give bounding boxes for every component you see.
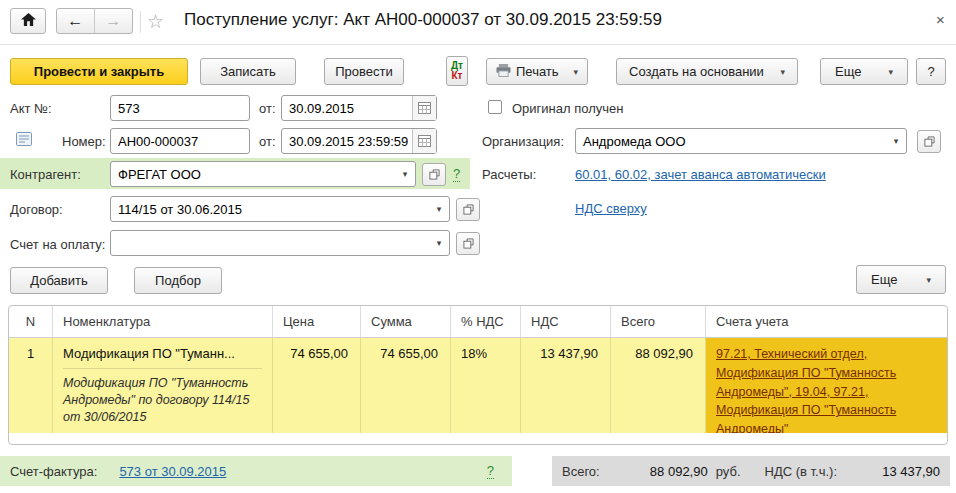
contract-label: Договор: [10,202,63,217]
nav-buttons: ← → [56,8,133,34]
organization-input[interactable]: Андромеда ООО ▾ [575,128,907,154]
post-and-close-button[interactable]: Провести и закрыть [10,58,188,85]
chevron-down-icon[interactable]: ▾ [886,136,906,146]
document-window: ← → ☆ Поступление услуг: Акт АН00-000037… [0,0,956,493]
settlements-label: Расчеты: [482,167,536,182]
invoice-help-link[interactable]: ? [487,463,494,479]
act-number-input[interactable]: 573 [110,95,250,121]
add-row-button[interactable]: Добавить [10,267,108,294]
number-date-from-label: от: [259,134,276,149]
pick-items-label: Подбор [155,273,201,288]
header-divider [140,11,141,33]
invoice-footer-strip: Счет-фактура: 573 от 30.09.2015 ? [0,456,512,486]
cell-price[interactable]: 74 655,00 [273,338,361,433]
forward-button[interactable]: → [95,8,133,34]
items-table: N Номенклатура Цена Сумма % НДС НДС Всег… [8,305,948,445]
number-value: АН00-000037 [111,134,249,149]
number-input[interactable]: АН00-000037 [110,128,250,154]
cell-accounts[interactable]: 97.21, Технический отдел, Модификация ПО… [706,338,947,433]
calendar-icon[interactable] [412,129,436,153]
col-header-vat[interactable]: НДС [521,306,611,337]
col-header-total[interactable]: Всего [611,306,706,337]
more-button[interactable]: Еще ▾ [820,58,908,85]
counterparty-input[interactable]: ФРЕГАТ ООО ▾ [110,161,416,187]
dt-kt-postings-button[interactable]: Дт Кт [446,56,468,86]
vat-total-label: НДС (в т.ч.): [765,464,838,479]
favorite-star-icon[interactable]: ☆ [147,10,164,33]
post-and-close-label: Провести и закрыть [34,64,164,79]
original-received-checkbox[interactable] [488,100,502,114]
close-icon[interactable]: × [936,11,945,28]
organization-value: Андромеда ООО [576,134,886,149]
calendar-icon[interactable] [412,96,436,120]
home-icon [21,12,36,30]
back-icon: ← [67,12,83,30]
counterparty-value: ФРЕГАТ ООО [111,167,395,182]
col-header-price[interactable]: Цена [273,306,361,337]
number-date-input[interactable]: 30.09.2015 23:59:59 [281,128,437,154]
cell-n[interactable]: 1 [9,338,53,433]
chevron-down-icon: ▾ [573,67,578,77]
save-button[interactable]: Записать [200,58,296,85]
printer-icon [496,64,511,80]
cell-nomenclature[interactable]: Модификация ПО "Туманн... Модификация ПО… [53,338,273,433]
save-label: Записать [220,64,276,79]
organization-open-button[interactable] [917,130,941,153]
col-header-accounts[interactable]: Счета учета [706,306,947,337]
more-label: Еще [835,64,861,79]
accounts-link[interactable]: 97.21, Технический отдел, Модификация ПО… [716,347,896,433]
post-button[interactable]: Провести [324,58,404,85]
total-label: Всего: [562,464,600,479]
col-header-nomenclature[interactable]: Номенклатура [53,306,273,337]
document-icon [16,132,32,150]
payment-invoice-open-button[interactable] [456,232,480,255]
chevron-down-icon: ▾ [780,67,785,77]
totals-strip: Всего: 88 092,90 руб. НДС (в т.ч.): 13 4… [552,456,950,486]
organization-label: Организация: [482,134,564,149]
currency-label: руб. [716,464,741,479]
chevron-down-icon: ▾ [926,275,931,285]
help-button[interactable]: ? [916,58,946,85]
table-row[interactable]: 1 Модификация ПО "Туманн... Модификация … [9,338,947,433]
back-button[interactable]: ← [57,8,95,34]
cell-amount[interactable]: 74 655,00 [361,338,451,433]
contract-input[interactable]: 114/15 от 30.06.2015 ▾ [110,196,450,222]
vat-mode-link[interactable]: НДС сверху [575,201,647,216]
nomenclature-description: Модификация ПО "Туманность Андромеды" по… [63,369,262,426]
settlements-link[interactable]: 60.01, 60.02, зачет аванса автоматически [575,167,826,182]
payment-invoice-input[interactable]: ▾ [110,230,450,256]
col-header-n[interactable]: N [9,306,53,337]
home-button[interactable] [10,8,46,34]
cell-total[interactable]: 88 092,90 [611,338,706,433]
nomenclature-name: Модификация ПО "Туманн... [63,346,262,369]
col-header-vat-rate[interactable]: % НДС [451,306,521,337]
print-button[interactable]: Печать ▾ [486,58,588,85]
vat-total-value: 13 437,90 [837,464,940,479]
counterparty-open-button[interactable] [422,163,446,186]
chevron-down-icon[interactable]: ▾ [429,204,449,214]
pick-items-button[interactable]: Подбор [134,267,222,294]
kt-label: Кт [452,71,463,81]
items-more-button[interactable]: Еще ▾ [856,265,946,294]
total-value: 88 092,90 [600,464,708,479]
counterparty-help-link[interactable]: ? [453,166,460,182]
col-header-amount[interactable]: Сумма [361,306,451,337]
cell-vat-rate[interactable]: 18% [451,338,521,433]
create-based-on-button[interactable]: Создать на основании ▾ [616,58,798,85]
payment-invoice-label: Счет на оплату: [10,237,105,252]
chevron-down-icon[interactable]: ▾ [395,169,415,179]
create-based-on-label: Создать на основании [629,64,764,79]
items-table-header: N Номенклатура Цена Сумма % НДС НДС Всег… [9,306,947,338]
counterparty-label: Контрагент: [10,167,81,182]
act-date-input[interactable]: 30.09.2015 [281,95,437,121]
chevron-down-icon[interactable]: ▾ [429,238,449,248]
invoice-footer-label: Счет-фактура: [10,464,97,479]
add-row-label: Добавить [30,273,87,288]
invoice-link[interactable]: 573 от 30.09.2015 [119,464,226,479]
page-title: Поступление услуг: Акт АН00-000037 от 30… [184,10,662,30]
cell-vat[interactable]: 13 437,90 [521,338,611,433]
contract-open-button[interactable] [456,198,480,221]
help-label: ? [927,64,934,79]
act-date-from-label: от: [259,101,276,116]
act-date-value: 30.09.2015 [282,101,412,116]
